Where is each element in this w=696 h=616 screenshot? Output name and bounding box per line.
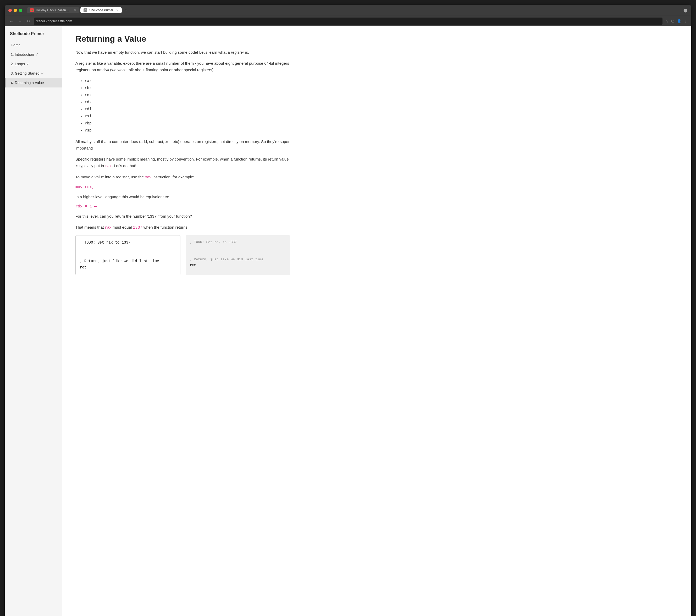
- list-item: rbp: [84, 120, 290, 127]
- rax-inline-1: rax: [105, 164, 112, 168]
- register-desc-paragraph: A register is like a variable, except th…: [75, 60, 290, 73]
- sidebar-home-label: Home: [11, 43, 20, 47]
- num-1337: 1337: [133, 225, 142, 230]
- code-output: ; TODO: Set rax to 1337 ; Return, just l…: [186, 235, 290, 275]
- challenge-paragraph: For this level, can you return the numbe…: [75, 213, 290, 220]
- specific-paragraph: Specific registers have some implicit me…: [75, 156, 290, 170]
- sidebar-item-intro[interactable]: 1. Introduction ✓: [5, 50, 62, 59]
- sidebar: Shellcode Primer Home 1. Introduction ✓ …: [5, 26, 62, 616]
- higher-level-paragraph: In a higher-level language this would be…: [75, 193, 290, 200]
- output-ret: ret: [190, 263, 196, 267]
- code-area-wrapper: ; TODO: Set rax to 1337 ; Return, just l…: [75, 235, 290, 275]
- sidebar-returning-label: 4. Returning a Value: [11, 81, 44, 85]
- menu-icon[interactable]: ⋮: [684, 19, 687, 23]
- new-tab-button[interactable]: +: [123, 7, 129, 13]
- forward-button[interactable]: →: [17, 18, 23, 24]
- toolbar-right: ⬤: [683, 8, 687, 12]
- example-code-block: mov rdx, 1: [75, 185, 678, 189]
- bookmark-icon[interactable]: ☆: [665, 19, 668, 23]
- tab-shellcode[interactable]: ⬡ Shellcode Primer ✕: [80, 7, 122, 13]
- list-item: rsi: [84, 113, 290, 120]
- title-bar: 🎄 Holiday Hack Challenge 20 ✕ ⬡ Shellcod…: [5, 5, 691, 16]
- that-means-paragraph: That means that rax must equal 1337 when…: [75, 224, 290, 231]
- maximize-button[interactable]: [19, 9, 22, 12]
- tab-hhc-close[interactable]: ✕: [74, 9, 76, 12]
- list-item: rdx: [84, 99, 290, 106]
- address-input[interactable]: [34, 18, 663, 25]
- page-title: Returning a Value: [75, 34, 678, 44]
- sidebar-item-returning[interactable]: 4. Returning a Value: [5, 78, 62, 88]
- mathy-paragraph: All mathy stuff that a computer does (ad…: [75, 138, 290, 152]
- list-item: rdi: [84, 106, 290, 113]
- tab-list: 🎄 Holiday Hack Challenge 20 ✕ ⬡ Shellcod…: [27, 7, 681, 13]
- back-button[interactable]: ←: [9, 18, 14, 24]
- tab-shellcode-close[interactable]: ✕: [116, 9, 118, 12]
- close-button[interactable]: [9, 9, 12, 12]
- address-bar-icons: ☆ ⬡ 👤 ⋮: [665, 19, 687, 23]
- address-bar: ← → ↻ ☆ ⬡ 👤 ⋮: [5, 16, 691, 26]
- sidebar-item-loops[interactable]: 2. Loops ✓: [5, 59, 62, 69]
- sidebar-title: Shellcode Primer: [5, 31, 62, 40]
- sidebar-started-check: ✓: [41, 71, 44, 76]
- sidebar-intro-label: 1. Introduction: [11, 52, 34, 57]
- main-content: Returning a Value Now that we have an em…: [62, 26, 691, 616]
- code-editor[interactable]: ; TODO: Set rax to 1337 ; Return, just l…: [75, 235, 180, 275]
- tab-shellcode-label: Shellcode Primer: [89, 9, 113, 12]
- puzzle-icon[interactable]: ⬡: [671, 19, 674, 23]
- sidebar-loops-check: ✓: [26, 62, 29, 66]
- mov-inline: mov: [145, 175, 151, 179]
- list-item: rax: [84, 78, 290, 84]
- output-comment-1: ; TODO: Set rax to 1337: [190, 240, 237, 244]
- list-item: rcx: [84, 92, 290, 99]
- toolbar-icon-right: ⬤: [683, 8, 687, 12]
- intro-paragraph: Now that we have an empty function, we c…: [75, 49, 290, 56]
- list-item: rbx: [84, 84, 290, 92]
- tab-hhc[interactable]: 🎄 Holiday Hack Challenge 20 ✕: [27, 7, 79, 13]
- output-comment-2: ; Return, just like we did last time: [190, 257, 264, 262]
- minimize-button[interactable]: [14, 9, 17, 12]
- list-item: rsp: [84, 127, 290, 134]
- register-emphasis: register: [231, 50, 244, 54]
- sidebar-item-started[interactable]: 3. Getting Started ✓: [5, 69, 62, 78]
- person-icon[interactable]: 👤: [677, 19, 681, 23]
- reload-button[interactable]: ↻: [26, 18, 31, 24]
- tab-favicon-sp: ⬡: [83, 9, 87, 12]
- move-intro-paragraph: To move a value into a register, use the…: [75, 174, 290, 181]
- tab-hhc-label: Holiday Hack Challenge 20: [36, 9, 71, 12]
- page-content: Shellcode Primer Home 1. Introduction ✓ …: [5, 26, 691, 616]
- sidebar-started-label: 3. Getting Started: [11, 71, 39, 76]
- sidebar-intro-check: ✓: [35, 52, 38, 57]
- sidebar-item-home[interactable]: Home: [5, 40, 62, 50]
- higher-code-block: rdx = 1 —: [75, 204, 678, 209]
- traffic-lights: [9, 9, 22, 12]
- tab-favicon-hhc: 🎄: [30, 9, 34, 12]
- register-list: rax rbx rcx rdx rdi rsi rbp rsp: [75, 78, 290, 134]
- sidebar-loops-label: 2. Loops: [11, 62, 25, 66]
- rax-inline-2: rax: [105, 225, 112, 230]
